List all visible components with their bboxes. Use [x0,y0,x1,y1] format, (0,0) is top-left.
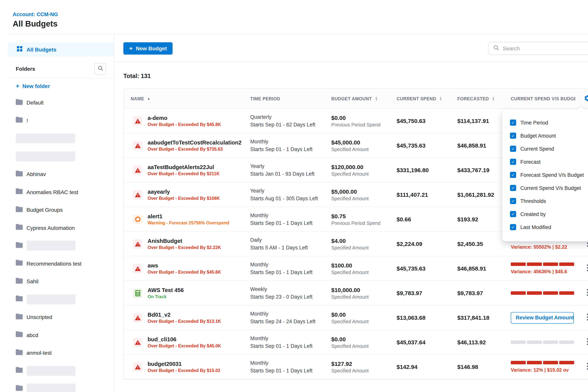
folder-item-skeleton[interactable] [8,237,113,254]
column-toggle-item[interactable]: ✓Budget Amount [502,129,588,142]
folder-icon [16,332,23,339]
column-toggle-item[interactable]: ✓Last Modified [502,220,588,234]
gear-icon [584,94,588,102]
checkbox-checked-icon[interactable]: ✓ [510,211,516,217]
column-header[interactable]: CURRENT SPEND V/S BUDGET [511,96,575,101]
variance-label: Variance: 55502% | $2.22 [511,244,575,250]
column-header[interactable]: FORECASTED▲▼ [457,96,511,101]
forecasted: $9,783.97 [457,290,483,296]
table-row[interactable]: AWS Test 456On TrackWeeklyStarts Sep 23 … [124,281,588,306]
amount-type: Specified Amount [331,368,396,373]
current-spend-cell: $45,735.63 [396,265,457,272]
checkbox-checked-icon[interactable]: ✓ [510,185,516,191]
column-toggle-item[interactable]: ✓Current Spend V/s Budget [502,182,588,194]
kebab-icon [587,267,588,272]
column-toggle-label: Created by [520,211,546,217]
row-menu-button[interactable] [584,312,588,323]
folder-item-skeleton[interactable] [8,380,113,392]
new-budget-label: New Budget [136,45,167,52]
budget-name: budget20031 [148,361,220,367]
column-toggle-item[interactable]: ✓Created by [502,208,588,220]
table-row[interactable]: budget20031Over Budget - Exceeded By $15… [124,355,588,379]
current-spend: $45,735.63 [396,142,426,148]
budget-amount: $127.92 [331,360,396,367]
folder-label: Recommendations test [26,260,82,267]
column-toggle-item[interactable]: ✓Forecast Spend V/s Budget [502,168,588,182]
alert-triangle-icon [133,116,142,126]
column-toggle-item[interactable]: ✓Time Period [502,116,588,129]
forecasted: $46,113.92 [457,339,486,345]
period-detail: Starts Sep 01 - 1 Days Left [250,220,331,227]
column-toggle-item[interactable]: ✓Forecast [502,155,588,168]
column-settings-button[interactable] [575,94,588,102]
folder-item[interactable]: Budget Groups [8,201,113,219]
folder-item[interactable]: Recommendations test [8,254,113,272]
table-row[interactable]: bud_cli106Over Budget - Exceeded By $45.… [124,330,588,355]
column-header[interactable]: TIME PERIOD [250,96,331,101]
folder-icon [16,314,23,321]
checkbox-checked-icon[interactable]: ✓ [510,172,516,178]
folder-item[interactable]: Sahil [8,272,113,290]
folder-item[interactable]: Cypress Automation [8,219,113,237]
new-folder-button[interactable]: + New folder [16,83,50,89]
period-type: Quarterly [250,113,331,121]
row-menu-button[interactable] [584,288,588,298]
warning-circle-icon [133,215,142,224]
budget-amount: $4.00 [331,237,396,244]
spend-vs-budget-bar [511,291,575,295]
period-type: Monthly [250,359,331,367]
column-header[interactable]: BUDGET AMOUNT▲▼ [331,96,396,101]
folder-item-skeleton[interactable] [8,362,113,380]
sidebar-item-all-budgets[interactable]: All Budgets [8,42,114,56]
row-menu-button[interactable] [584,263,588,274]
sort-icon: ▲▼ [375,96,378,101]
amount-type: Specified Amount [331,245,396,250]
checkbox-checked-icon[interactable]: ✓ [510,146,516,152]
folder-item[interactable]: Unscripted [8,308,113,326]
folder-item[interactable]: ! [8,112,113,130]
folder-item-skeleton[interactable] [8,290,113,308]
account-breadcrumb-link[interactable]: Account: CCM-NG [13,12,58,17]
row-menu-button[interactable] [584,337,588,348]
review-budget-button[interactable]: Review Budget Amount [511,312,574,324]
forecasted-cell: $46,858.91 [457,265,511,272]
forecasted-cell: $317,841.18 [457,314,511,321]
current-spend: $45,735.63 [396,265,426,272]
folder-item-skeleton[interactable] [8,130,113,148]
checkbox-checked-icon[interactable]: ✓ [510,198,516,204]
folder-item-skeleton[interactable] [8,148,113,165]
budget-amount: $0.00 [331,114,396,121]
new-budget-button[interactable]: + New Budget [123,42,172,54]
checkbox-checked-icon[interactable]: ✓ [510,132,516,139]
folder-item[interactable]: Anomalies RBAC test [8,183,113,201]
column-toggle-item[interactable]: ✓Current Spend [502,142,588,155]
sort-ascending-icon: ▲ [147,97,150,100]
column-header[interactable]: NAME▲ [124,96,250,101]
table-row[interactable]: Bd01_v2Over Budget - Exceeded By $13.1KM… [124,306,588,330]
forecasted-cell: $46,113.92 [457,339,511,346]
folder-icon [16,296,23,303]
checkbox-checked-icon[interactable]: ✓ [510,120,516,126]
folder-item[interactable]: anmol-test [8,344,113,362]
budget-amount-cell: $127.92Specified Amount [331,360,396,373]
forecasted-cell: $2,450.35 [457,240,511,247]
time-period-cell: QuarterlyStarts Sep 01 - 62 Days Left [250,113,331,128]
current-spend-cell: $331,196.80 [396,166,457,174]
folder-search-button[interactable] [94,63,106,74]
checkbox-checked-icon[interactable]: ✓ [510,224,516,230]
column-toggle-item[interactable]: ✓Thresholds [502,194,588,208]
column-toggle-label: Thresholds [520,198,546,204]
column-header[interactable]: CURRENT SPEND▲▼ [396,96,457,101]
folder-item[interactable]: abcd [8,326,113,344]
folder-label: Unscripted [26,314,52,320]
current-spend-cell: $45,735.63 [396,142,457,149]
row-menu-button[interactable] [584,361,588,372]
folder-icon [16,224,23,232]
folder-item[interactable]: Default [8,94,113,112]
checkbox-checked-icon[interactable]: ✓ [510,159,516,165]
folder-item[interactable]: Abhinav [8,165,113,183]
time-period-cell: MonthlyStarts Sep 01 - 1 Days Left [250,359,331,374]
search-input[interactable] [503,45,584,52]
folders-header: Folders [16,63,106,75]
table-row[interactable]: awsOver Budget - Exceeded By $45.6KMonth… [124,256,588,281]
